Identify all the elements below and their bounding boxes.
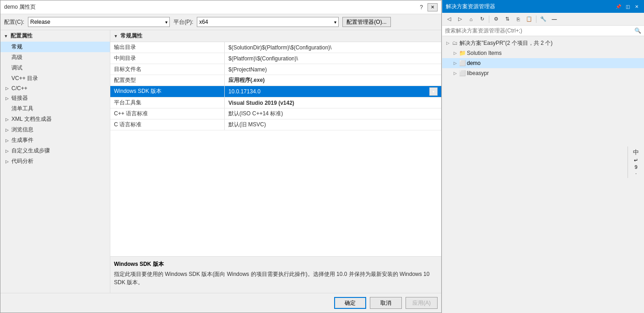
sidebar-item-xml[interactable]: ▷ XML 文档生成器 bbox=[0, 114, 110, 124]
prop-value-config-type: 应用程序(.exe) bbox=[225, 75, 441, 86]
expand-icon: ▼ bbox=[3, 33, 9, 39]
pin-button[interactable]: 📌 bbox=[615, 3, 622, 10]
demo-expand-icon: ▷ bbox=[451, 59, 459, 67]
description-text: 指定此项目要使用的 Windows SDK 版本(面向 Windows 的项目需… bbox=[114, 270, 438, 286]
libeasypr-project-icon: ⬜ bbox=[459, 70, 466, 77]
table-row-selected[interactable]: Windows SDK 版本 10.0.17134.0 ▾ bbox=[110, 86, 441, 97]
close-button[interactable]: ✕ bbox=[428, 3, 438, 11]
table-row[interactable]: 中间目录 $(Platform)\$(Configuration)\ bbox=[110, 53, 441, 64]
cpp-expand-icon: ▷ bbox=[4, 86, 10, 91]
search-icon: 🔍 bbox=[634, 27, 641, 34]
copy-button[interactable]: ⎘ bbox=[513, 14, 523, 24]
solution-items-expand-icon: ▷ bbox=[451, 49, 459, 57]
solution-tree: ▷ 🗂 解决方案"EasyPR"(2 个项目，共 2 个) ▷ 📁 Soluti… bbox=[442, 36, 644, 313]
prop-name-cpp-std: C++ 语言标准 bbox=[110, 108, 225, 119]
sidebar-item-advanced[interactable]: 高级 bbox=[0, 52, 110, 63]
prop-value-int-dir: $(Platform)\$(Configuration)\ bbox=[225, 53, 441, 64]
solution-explorer-panel: 解决方案资源管理器 📌 ◫ ✕ ◁ ▷ ⌂ ↻ ⚙ ⇅ ⎘ 📋 🔧 — 🔍 bbox=[442, 0, 644, 313]
libeasypr-expand-icon: ▷ bbox=[451, 70, 459, 77]
forward-button[interactable]: ▷ bbox=[455, 14, 465, 24]
config-properties-header[interactable]: ▼ 配置属性 bbox=[0, 30, 110, 42]
solution-search-bar: 🔍 bbox=[442, 26, 644, 36]
prop-name-sdk: Windows SDK 版本 bbox=[110, 86, 225, 97]
ok-button[interactable]: 确定 bbox=[334, 297, 366, 309]
table-row[interactable]: C 语言标准 默认(旧 MSVC) bbox=[110, 119, 441, 130]
ime-icon3: · bbox=[635, 171, 637, 176]
prop-name-target-name: 目标文件名 bbox=[110, 64, 225, 75]
bottom-bar: 确定 取消 应用(A) bbox=[0, 293, 441, 313]
description-panel: Windows SDK 版本 指定此项目要使用的 Windows SDK 版本(… bbox=[110, 256, 441, 293]
prop-name-c-std: C 语言标准 bbox=[110, 119, 225, 130]
prop-value-target-name: $(ProjectName) bbox=[225, 64, 441, 75]
xml-expand-icon: ▷ bbox=[4, 117, 10, 122]
solution-close-button[interactable]: ✕ bbox=[633, 3, 640, 10]
config-manager-button[interactable]: 配置管理器(O)... bbox=[342, 17, 390, 27]
sidebar-item-code-analysis[interactable]: ▷ 代码分析 bbox=[0, 156, 110, 167]
sidebar-item-browse[interactable]: ▷ 浏览信息 bbox=[0, 124, 110, 135]
help-button[interactable]: ? bbox=[420, 4, 423, 11]
settings-button[interactable]: ⚙ bbox=[491, 14, 501, 24]
home-button[interactable]: ⌂ bbox=[466, 14, 476, 24]
solution-expand-icon: ▷ bbox=[444, 39, 451, 47]
ime-panel: 中 ↵ 9 · bbox=[628, 146, 644, 178]
apply-button[interactable]: 应用(A) bbox=[406, 297, 438, 309]
solution-search-input[interactable] bbox=[445, 27, 634, 34]
prop-value-cpp-std: 默认(ISO C++14 标准) bbox=[225, 108, 441, 119]
solution-items-label: Solution Items bbox=[467, 50, 502, 56]
build-expand-icon: ▷ bbox=[4, 138, 10, 143]
properties-section-header: ▼ 常规属性 bbox=[110, 30, 441, 42]
left-panel: ▼ 配置属性 常规 高级 调试 VC++ 目录 ▷ C/C++ ▷ 链接器 清单… bbox=[0, 30, 110, 293]
demo-project-icon: ⬜ bbox=[459, 59, 466, 67]
paste-button[interactable]: 📋 bbox=[524, 14, 534, 24]
code-expand-icon: ▷ bbox=[4, 159, 10, 164]
toolbar-sep-1 bbox=[489, 16, 489, 23]
platform-select[interactable]: x64 ▾ bbox=[197, 17, 339, 27]
description-title: Windows SDK 版本 bbox=[114, 260, 438, 268]
table-row[interactable]: 配置类型 应用程序(.exe) bbox=[110, 75, 441, 86]
tree-item-libeasypr[interactable]: ▷ ⬜ libeasypr bbox=[442, 68, 644, 78]
sidebar-item-custom-build[interactable]: ▷ 自定义生成步骤 bbox=[0, 146, 110, 156]
platform-label: 平台(P): bbox=[173, 18, 193, 26]
config-select[interactable]: Release ▾ bbox=[28, 17, 170, 27]
custom-expand-icon: ▷ bbox=[4, 148, 10, 154]
table-row[interactable]: 输出目录 $(SolutionDir)$(Platform)\$(Configu… bbox=[110, 42, 441, 53]
solution-titlebar-actions: 📌 ◫ ✕ bbox=[615, 3, 640, 10]
sidebar-item-vc-dirs[interactable]: VC++ 目录 bbox=[0, 73, 110, 84]
solution-toolbar: ◁ ▷ ⌂ ↻ ⚙ ⇅ ⎘ 📋 🔧 — bbox=[442, 13, 644, 26]
minus-button[interactable]: — bbox=[549, 14, 559, 24]
toolbar-btn-3[interactable]: ⇅ bbox=[502, 14, 512, 24]
prop-name-int-dir: 中间目录 bbox=[110, 53, 225, 64]
back-button[interactable]: ◁ bbox=[444, 14, 454, 24]
cancel-button[interactable]: 取消 bbox=[370, 297, 402, 309]
dialog-title: demo 属性页 bbox=[4, 3, 36, 11]
config-dropdown-arrow: ▾ bbox=[165, 20, 168, 25]
sdk-dropdown-button[interactable]: ▾ bbox=[429, 87, 438, 96]
right-panel: ▼ 常规属性 输出目录 $(SolutionDir)$(Platform)\$(… bbox=[110, 30, 441, 293]
ime-icon2: 9 bbox=[634, 164, 637, 170]
dock-button[interactable]: ◫ bbox=[624, 3, 631, 10]
table-row[interactable]: 平台工具集 Visual Studio 2019 (v142) bbox=[110, 97, 441, 108]
refresh-button[interactable]: ↻ bbox=[477, 14, 487, 24]
sidebar-item-linker[interactable]: ▷ 链接器 bbox=[0, 93, 110, 103]
dialog-titlebar: demo 属性页 ? ✕ bbox=[0, 0, 441, 14]
sidebar-item-build-events[interactable]: ▷ 生成事件 bbox=[0, 135, 110, 146]
wrench-button[interactable]: 🔧 bbox=[538, 14, 548, 24]
prop-name-output-dir: 输出目录 bbox=[110, 42, 225, 53]
platform-dropdown-arrow: ▾ bbox=[334, 20, 336, 25]
tree-item-demo[interactable]: ▷ ⬜ demo bbox=[442, 58, 644, 68]
properties-dialog: demo 属性页 ? ✕ 配置(C): Release ▾ 平台(P): x64… bbox=[0, 0, 442, 313]
solution-icon: 🗂 bbox=[451, 39, 459, 47]
prop-value-toolset: Visual Studio 2019 (v142) bbox=[225, 97, 441, 108]
sidebar-item-general[interactable]: 常规 bbox=[0, 42, 110, 52]
sidebar-item-manifest[interactable]: 清单工具 bbox=[0, 103, 110, 114]
table-row[interactable]: C++ 语言标准 默认(ISO C++14 标准) bbox=[110, 108, 441, 119]
folder-icon: 📁 bbox=[459, 49, 466, 57]
tree-item-solution[interactable]: ▷ 🗂 解决方案"EasyPR"(2 个项目，共 2 个) bbox=[442, 38, 644, 48]
prop-name-toolset: 平台工具集 bbox=[110, 97, 225, 108]
sidebar-item-cpp[interactable]: ▷ C/C++ bbox=[0, 84, 110, 93]
tree-item-solution-items[interactable]: ▷ 📁 Solution Items bbox=[442, 48, 644, 58]
sidebar-item-debug[interactable]: 调试 bbox=[0, 63, 110, 73]
libeasypr-label: libeasypr bbox=[467, 70, 489, 76]
properties-table: 输出目录 $(SolutionDir)$(Platform)\$(Configu… bbox=[110, 42, 441, 256]
table-row[interactable]: 目标文件名 $(ProjectName) bbox=[110, 64, 441, 75]
